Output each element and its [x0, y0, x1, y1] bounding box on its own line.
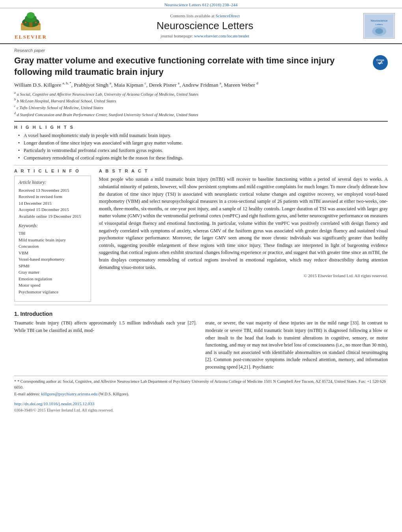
doi-link[interactable]: http://dx.doi.org/10.1016/j.neulet.2015.… [14, 401, 95, 406]
keyword-1: TBI [19, 230, 87, 237]
affiliation-a: a a Social, Cognitive and Affective Neur… [14, 91, 388, 97]
doi-line: http://dx.doi.org/10.1016/j.neulet.2015.… [14, 400, 388, 407]
publisher-logo-area: ELSEVIER [7, 11, 54, 40]
keyword-8: Emotion regulation [19, 276, 87, 282]
abstract-copyright: © 2015 Elsevier Ireland Ltd. All rights … [99, 273, 388, 278]
footnote-email[interactable]: killgore@psychiatry.arizona.edu [41, 391, 97, 396]
svg-text:Mark: Mark [378, 62, 383, 64]
crossmark-badge: ✓ Cross Mark [373, 55, 388, 70]
section-divider-3 [14, 305, 388, 305]
keyword-7: Gray matter [19, 269, 87, 276]
email-label: E-mail address: [14, 392, 40, 396]
abstract-label: A B S T R A C T [99, 169, 388, 173]
article-info-label: A R T I C L E I N F O [14, 169, 91, 173]
highlights-section: H I G H L I G H T S A voxel based morpho… [14, 125, 388, 162]
highlights-label: H I G H L I G H T S [14, 125, 388, 130]
article-title-row: Gray matter volume and executive functio… [14, 55, 388, 78]
article-info-abstract-columns: A R T I C L E I N F O Article history: R… [14, 169, 388, 302]
keywords-group: Keywords: TBI Mild traumatic brain injur… [19, 222, 87, 295]
available-online-line: Available online 19 December 2015 [19, 213, 87, 220]
svg-point-6 [25, 22, 26, 23]
journal-header: ELSEVIER Contents lists available at Sci… [0, 8, 402, 44]
keyword-9: Motor speed [19, 282, 87, 289]
journal-homepage: journal homepage: www.elsevier.com/locat… [54, 33, 355, 38]
journal-thumbnail-area: Neuroscience Letters [355, 13, 395, 39]
svg-text:Letters: Letters [376, 23, 383, 26]
sciencedirect-link[interactable]: ScienceDirect [216, 13, 240, 18]
keyword-4: VBM [19, 250, 87, 256]
article-info-column: A R T I C L E I N F O Article history: R… [14, 169, 91, 302]
footnote-corresponding-text: * Corresponding author at: Social, Cogni… [14, 379, 386, 390]
svg-point-8 [38, 23, 40, 25]
journal-cover-thumbnail: Neuroscience Letters [363, 13, 395, 39]
highlights-list: A voxel based morphometric study in peop… [14, 132, 388, 162]
introduction-left-text: Traumatic brain injury (TBI) affects app… [14, 319, 197, 334]
article-title: Gray matter volume and executive functio… [14, 55, 367, 78]
keywords-label: Keywords: [19, 222, 87, 229]
affiliation-list: a a Social, Cognitive and Affective Neur… [14, 91, 388, 118]
footnote-star-text: * * Corresponding author at: Social, Cog… [14, 378, 388, 391]
received-line: Received 13 November 2015 [19, 187, 87, 194]
journal-header-center: Contents lists available at ScienceDirec… [54, 13, 355, 38]
keyword-5: Voxel-based morphometry [19, 256, 87, 263]
svg-point-3 [27, 12, 35, 19]
journal-title: Neuroscience Letters [54, 20, 355, 32]
introduction-columns: Traumatic brain injury (TBI) affects app… [14, 319, 388, 371]
section-divider-1 [14, 121, 388, 122]
affiliation-c: c c Tufts University School of Medicine,… [14, 104, 388, 111]
keyword-6: SPM8 [19, 263, 87, 269]
svg-text:Cross: Cross [376, 59, 384, 61]
contents-available-text: Contents lists available at ScienceDirec… [54, 13, 355, 18]
footnote-email-line: E-mail address: killgore@psychiatry.ariz… [14, 391, 388, 397]
article-info-box: Article history: Received 13 November 20… [14, 176, 91, 302]
svg-rect-4 [29, 22, 32, 27]
highlight-1: A voxel based morphometric study in peop… [18, 132, 388, 139]
introduction-section: 1. Introduction Traumatic brain injury (… [14, 311, 388, 371]
authors-line: William D.S. Killgore a, b, *, Prabhjyot… [14, 81, 388, 89]
abstract-text: Most people who sustain a mild traumatic… [99, 176, 388, 271]
received-revised-label: Received in revised form [19, 193, 87, 200]
svg-point-5 [22, 23, 24, 25]
keyword-2: Mild traumatic brain injury [19, 237, 87, 243]
journal-homepage-link[interactable]: www.elsevier.com/locate/neulet [194, 33, 249, 38]
highlight-2: Longer duration of time since injury was… [18, 139, 388, 147]
journal-cover-image: Neuroscience Letters [364, 14, 394, 38]
revised-date-line: 14 December 2015 [19, 200, 87, 207]
abstract-column: A B S T R A C T Most people who sustain … [99, 169, 388, 302]
article-type-label: Research paper [14, 48, 388, 53]
affiliation-b: b b McLean Hospital, Harvard Medical Sch… [14, 97, 388, 104]
crossmark-icon: ✓ Cross Mark [375, 57, 386, 68]
accepted-line: Accepted 15 December 2015 [19, 206, 87, 213]
main-content: Research paper Gray matter volume and ex… [0, 44, 402, 417]
svg-point-14 [375, 28, 383, 34]
page: Neuroscience Letters 612 (2016) 238–244 [0, 0, 402, 532]
section-divider-2 [14, 165, 388, 165]
introduction-left-col: Traumatic brain injury (TBI) affects app… [14, 319, 197, 371]
elsevier-wordmark: ELSEVIER [15, 34, 47, 40]
journal-reference-text: Neuroscience Letters 612 (2016) 238–244 [164, 2, 238, 7]
svg-text:Neuroscience: Neuroscience [371, 19, 388, 22]
affiliation-d: d d Stanford Concussion and Brain Perfor… [14, 111, 388, 118]
article-history-title: Article history: [19, 179, 87, 186]
highlight-3: Particularly in ventromedial prefrontal … [18, 147, 388, 154]
keyword-10: Psychomotor vigilance [19, 289, 87, 295]
introduction-right-col: erate, or severe, the vast majority of t… [205, 319, 388, 371]
keyword-3: Concussion [19, 243, 87, 250]
article-history-group: Article history: Received 13 November 20… [19, 179, 87, 219]
footnote-email-suffix: (W.D.S. Killgore). [99, 392, 129, 396]
svg-point-7 [35, 22, 37, 23]
elsevier-logo: ELSEVIER [15, 11, 47, 40]
introduction-right-text: erate, or severe, the vast majority of t… [205, 319, 388, 371]
introduction-heading: 1. Introduction [14, 311, 388, 317]
highlight-4: Compensatory remodeling of cortical regi… [18, 154, 388, 162]
elsevier-tree-icon [17, 11, 45, 33]
journal-reference-bar: Neuroscience Letters 612 (2016) 238–244 [0, 0, 402, 8]
copyright-line: 0304-3940/© 2015 Elsevier Ireland Ltd. A… [14, 407, 388, 413]
footnote-area: * * Corresponding author at: Social, Cog… [14, 376, 388, 414]
